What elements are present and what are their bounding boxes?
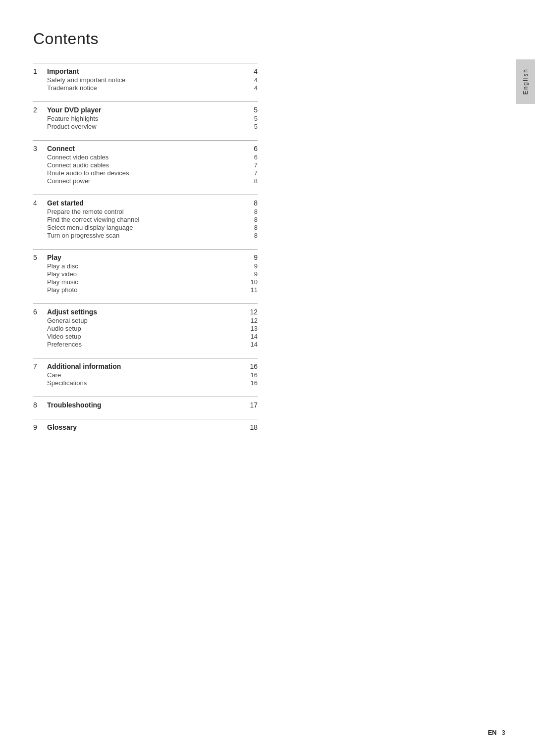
toc-sub-page-4-2: 8 [243, 224, 258, 231]
toc-main-left: 5Play [33, 253, 61, 261]
toc-sub-page-2-0: 5 [243, 115, 258, 122]
footer-page-number: 3 [502, 729, 505, 736]
toc-main-left: 3Connect [33, 145, 75, 152]
toc-main-row-3: 3Connect6 [33, 145, 258, 152]
toc-number-4: 4 [33, 199, 43, 207]
toc-number-6: 6 [33, 308, 43, 316]
toc-sub-row-5-3: Play photo11 [33, 286, 258, 294]
toc-page-2: 5 [243, 106, 258, 114]
toc-page-1: 4 [243, 67, 258, 75]
toc-main-row-5: 5Play9 [33, 253, 258, 261]
toc-number-9: 9 [33, 423, 43, 431]
toc-sub-page-5-3: 11 [243, 286, 258, 294]
toc-sub-page-6-1: 13 [243, 325, 258, 332]
toc-sub-title-5-3: Play photo [47, 286, 243, 294]
toc-sub-row-1-1: Trademark notice4 [33, 84, 258, 92]
toc-sub-row-6-0: General setup12 [33, 317, 258, 324]
toc-sub-title-6-0: General setup [47, 317, 243, 324]
toc-sub-title-4-1: Find the correct viewing channel [47, 216, 243, 223]
toc-sub-page-7-0: 16 [243, 371, 258, 379]
toc-sub-row-6-1: Audio setup13 [33, 325, 258, 332]
toc-sub-title-2-0: Feature highlights [47, 115, 243, 122]
toc-title-8: Troubleshooting [47, 401, 102, 409]
toc-title-2: Your DVD player [47, 106, 101, 114]
toc-sub-title-5-2: Play music [47, 278, 243, 286]
toc-sub-row-1-0: Safety and important notice4 [33, 76, 258, 84]
toc-sub-row-3-2: Route audio to other devices7 [33, 169, 258, 177]
toc-main-row-7: 7Additional information16 [33, 362, 258, 370]
toc-sub-page-6-0: 12 [243, 317, 258, 324]
toc-sub-title-6-1: Audio setup [47, 325, 243, 332]
toc-sub-page-3-0: 6 [243, 153, 258, 161]
toc-sub-page-4-3: 8 [243, 232, 258, 239]
toc-sub-row-6-3: Preferences14 [33, 341, 258, 348]
toc-sub-row-5-0: Play a disc9 [33, 262, 258, 270]
toc-page-6: 12 [243, 308, 258, 316]
toc-page-5: 9 [243, 253, 258, 261]
toc-sub-row-3-1: Connect audio cables7 [33, 161, 258, 169]
toc-main-left: 4Get started [33, 199, 84, 207]
toc-section-7: 7Additional information16Care16Specifica… [33, 358, 258, 387]
toc-sub-page-3-3: 8 [243, 177, 258, 185]
toc-sub-title-1-1: Trademark notice [47, 84, 243, 92]
toc-title-4: Get started [47, 199, 84, 207]
page-container: English Contents 1Important4Safety and i… [0, 0, 535, 756]
toc-sub-title-6-2: Video setup [47, 333, 243, 340]
toc-sub-row-7-1: Specifications16 [33, 379, 258, 387]
toc-main-row-8: 8Troubleshooting17 [33, 401, 258, 409]
toc-section-5: 5Play9Play a disc9Play video9Play music1… [33, 249, 258, 294]
toc-title-1: Important [47, 67, 79, 75]
toc-container: 1Important4Safety and important notice4T… [33, 63, 258, 431]
language-tab: English [516, 59, 535, 104]
toc-sub-title-3-0: Connect video cables [47, 153, 243, 161]
toc-number-7: 7 [33, 362, 43, 370]
toc-sub-title-1-0: Safety and important notice [47, 76, 243, 84]
toc-main-left: 2Your DVD player [33, 106, 101, 114]
toc-title-7: Additional information [47, 362, 121, 370]
toc-sub-title-3-3: Connect power [47, 177, 243, 185]
toc-main-left: 7Additional information [33, 362, 121, 370]
toc-main-left: 9Glossary [33, 423, 77, 431]
toc-page-4: 8 [243, 199, 258, 207]
language-tab-text: English [522, 68, 529, 95]
toc-sub-title-4-3: Turn on progressive scan [47, 232, 243, 239]
toc-main-left: 8Troubleshooting [33, 401, 102, 409]
toc-sub-title-5-1: Play video [47, 270, 243, 278]
toc-main-left: 1Important [33, 67, 79, 75]
toc-sub-row-4-1: Find the correct viewing channel8 [33, 216, 258, 223]
toc-sub-row-5-2: Play music10 [33, 278, 258, 286]
toc-sub-page-6-2: 14 [243, 333, 258, 340]
toc-sub-title-4-0: Prepare the remote control [47, 208, 243, 215]
toc-number-1: 1 [33, 67, 43, 75]
toc-sub-page-4-1: 8 [243, 216, 258, 223]
toc-main-row-6: 6Adjust settings12 [33, 308, 258, 316]
toc-section-1: 1Important4Safety and important notice4T… [33, 63, 258, 92]
toc-sub-page-2-1: 5 [243, 123, 258, 130]
toc-sub-page-1-0: 4 [243, 76, 258, 84]
toc-number-2: 2 [33, 106, 43, 114]
toc-sub-title-6-3: Preferences [47, 341, 243, 348]
toc-number-8: 8 [33, 401, 43, 409]
toc-sub-page-6-3: 14 [243, 341, 258, 348]
toc-sub-row-6-2: Video setup14 [33, 333, 258, 340]
toc-main-row-1: 1Important4 [33, 67, 258, 75]
toc-section-8: 8Troubleshooting17 [33, 397, 258, 409]
toc-section-2: 2Your DVD player5Feature highlights5Prod… [33, 101, 258, 130]
toc-number-5: 5 [33, 253, 43, 261]
toc-page-7: 16 [243, 362, 258, 370]
toc-main-left: 6Adjust settings [33, 308, 97, 316]
toc-sub-title-4-2: Select menu display language [47, 224, 243, 231]
toc-sub-row-3-0: Connect video cables6 [33, 153, 258, 161]
toc-sub-row-2-0: Feature highlights5 [33, 115, 258, 122]
toc-sub-row-5-1: Play video9 [33, 270, 258, 278]
toc-main-row-9: 9Glossary18 [33, 423, 258, 431]
page-title: Contents [33, 30, 258, 48]
toc-sub-page-5-1: 9 [243, 270, 258, 278]
toc-sub-title-3-2: Route audio to other devices [47, 169, 243, 177]
toc-title-5: Play [47, 253, 61, 261]
toc-sub-page-4-0: 8 [243, 208, 258, 215]
toc-number-3: 3 [33, 145, 43, 152]
content-area: Contents 1Important4Safety and important… [33, 30, 258, 431]
toc-sub-title-7-0: Care [47, 371, 243, 379]
toc-sub-row-4-2: Select menu display language8 [33, 224, 258, 231]
